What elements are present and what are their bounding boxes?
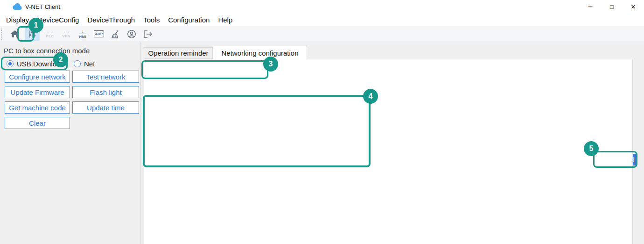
vpn-upload-icon[interactable]: -↑- VPN — [60, 27, 72, 41]
configure-network-button[interactable]: Configure network — [5, 71, 70, 83]
annotation-badge-3: 3 — [263, 57, 278, 72]
arp-icon[interactable]: ARP — [93, 27, 105, 41]
update-time-button[interactable]: Update time — [72, 101, 139, 114]
close-button[interactable]: ✕ — [623, 0, 644, 13]
usb-download-radio-circle — [7, 60, 14, 67]
menu-tools[interactable]: Tools — [139, 14, 164, 25]
connection-mode-title: PC to box connection mode — [4, 47, 90, 55]
annotation-badge-2: 2 — [53, 52, 68, 67]
tab-operation-reminder[interactable]: Operation reminder — [144, 47, 213, 59]
hmi-download-icon[interactable]: ↓ HMI — [77, 27, 89, 41]
home-icon[interactable] — [9, 27, 21, 41]
menu-help[interactable]: Help — [214, 14, 237, 25]
sidebar-panel: PC to box connection mode USB:Download N… — [0, 42, 141, 244]
menu-bar: Display DeviceConfig DeviceThrough Tools… — [0, 13, 644, 26]
annotation-badge-5: 5 — [584, 141, 599, 156]
toolbar: -↑- PLC -↑- VPN ↓ HMI ARP — [0, 26, 644, 42]
minimize-button[interactable]: – — [580, 0, 601, 13]
update-firmware-button[interactable]: Update Firmware — [5, 86, 70, 98]
plc-upload-icon[interactable]: -↑- PLC — [44, 27, 56, 41]
get-machine-code-button[interactable]: Get machine code — [5, 101, 70, 114]
flash-light-button[interactable]: Flash light — [72, 86, 139, 98]
app-cloud-logo-icon — [12, 3, 22, 10]
annotation-badge-1: 1 — [28, 18, 43, 33]
exit-icon[interactable] — [142, 27, 154, 41]
clear-button[interactable]: Clear — [5, 117, 70, 129]
clean-icon[interactable] — [109, 27, 121, 41]
net-radio[interactable]: Net — [74, 60, 95, 68]
net-radio-label: Net — [84, 60, 95, 68]
menu-devicethrough[interactable]: DeviceThrough — [83, 14, 139, 25]
window-title: V-NET Client — [25, 3, 60, 10]
test-network-button[interactable]: Test network — [72, 71, 139, 83]
menu-configuration[interactable]: Configuration — [164, 14, 214, 25]
title-bar: V-NET Client – □ ✕ — [0, 0, 644, 13]
networking-configuration-panel — [144, 59, 633, 244]
toolbar-drag-handle[interactable] — [1, 29, 5, 40]
user-icon[interactable] — [126, 27, 138, 41]
net-radio-circle — [74, 60, 81, 67]
maximize-button[interactable]: □ — [601, 0, 623, 13]
tab-networking-configuration[interactable]: Networking configuration — [213, 46, 307, 59]
annotation-badge-4: 4 — [363, 89, 378, 104]
